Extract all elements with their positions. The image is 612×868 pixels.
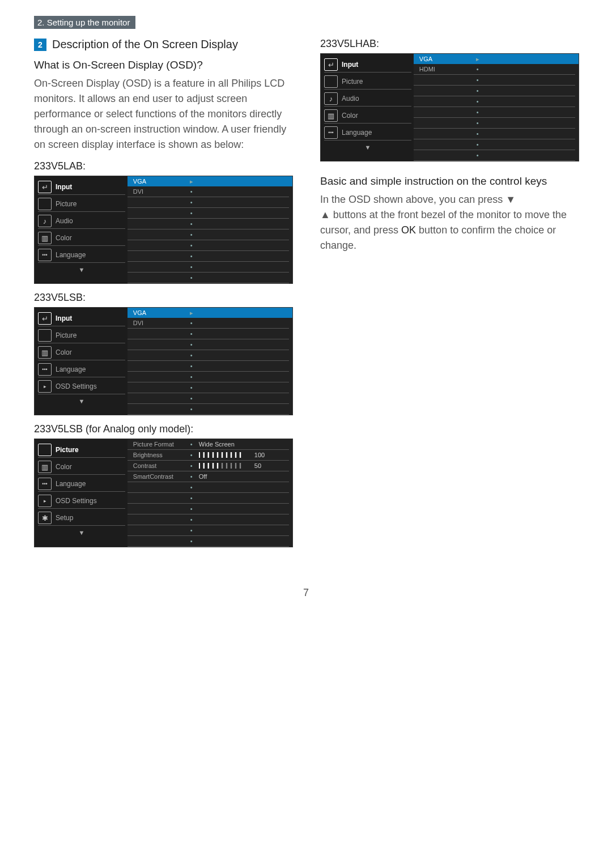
color-icon: ▥ <box>38 346 52 359</box>
sub-smartcontrast[interactable]: SmartContrast• Off <box>128 471 289 482</box>
step-header: 2 Description of the On Screen Display <box>34 38 292 51</box>
sub-item-blank: • <box>128 525 289 535</box>
sub-item-dvi[interactable]: DVI• <box>128 318 289 328</box>
menu-label: Color <box>56 463 72 471</box>
menu-label: Picture <box>342 78 363 86</box>
page-number: 7 <box>34 587 578 599</box>
menu-item-picture[interactable]: Picture <box>38 328 125 343</box>
osd-menu-lhab: ↵ Input Picture ♪ Audio ▥ Color <box>321 54 414 161</box>
sub-item-blank: • <box>128 404 289 414</box>
sub-item-blank: • <box>414 129 575 139</box>
sub-item-blank: • <box>128 329 289 339</box>
menu-item-color[interactable]: ▥ Color <box>324 108 411 124</box>
menu-item-color[interactable]: ▥ Color <box>38 231 125 246</box>
sub-item-blank: • <box>128 504 289 514</box>
menu-item-input[interactable]: ↵ Input <box>324 57 411 73</box>
osd-panel-lsb-analog: Picture ▥ Color ••• Language ▸ OSD Setti… <box>34 439 293 547</box>
input-icon: ↵ <box>324 58 338 71</box>
osd-panel-lsb: ↵ Input Picture ▥ Color ••• Language <box>34 307 293 415</box>
sub-item-blank: • <box>128 273 289 283</box>
menu-label: Color <box>56 234 72 242</box>
sub-contrast[interactable]: Contrast• ▎▎▎▎▎▎▎▎▎▎ 50 <box>128 461 289 471</box>
sub-brightness[interactable]: Brightness• ▎▎▎▎▎▎▎▎▎▎ 100 <box>128 450 289 460</box>
intro-paragraph: On-Screen Display (OSD) is a feature in … <box>34 76 292 152</box>
sub-item-blank: • <box>128 393 289 403</box>
menu-label: OSD Settings <box>56 497 97 505</box>
sub-item-blank: • <box>414 139 575 150</box>
setup-icon: ✱ <box>38 512 52 524</box>
language-icon: ••• <box>38 363 52 376</box>
sub-picture-format[interactable]: Picture Format• Wide Screen <box>128 439 289 449</box>
menu-item-audio[interactable]: ♪ Audio <box>324 91 411 107</box>
menu-label: Color <box>342 112 358 120</box>
menu-label: Picture <box>56 200 76 208</box>
right-basic-heading: Basic and simple instruction on the cont… <box>320 175 578 188</box>
menu-item-osd-settings[interactable]: ▸ OSD Settings <box>38 379 125 394</box>
sub-item-blank: • <box>414 86 575 96</box>
page-container: 2. Setting up the monitor 2 Description … <box>0 0 612 610</box>
sub-item-blank: • <box>128 482 289 492</box>
sub-item-vga[interactable]: VGA▸ <box>128 176 292 186</box>
sub-item-blank: • <box>128 262 289 272</box>
menu-label: Input <box>56 314 72 322</box>
menu-label: Input <box>342 61 358 69</box>
sub-item-blank: • <box>128 251 289 261</box>
menu-scroll-down-icon[interactable]: ▼ <box>38 527 125 536</box>
osd-sub-lsb-analog: Picture Format• Wide Screen Brightness• … <box>128 439 292 547</box>
menu-item-color[interactable]: ▥ Color <box>38 345 125 360</box>
right-para-line1: In the OSD shown above, you can press ▼ <box>320 194 516 205</box>
menu-scroll-down-icon[interactable]: ▼ <box>38 396 125 405</box>
menu-item-picture[interactable]: Picture <box>38 442 125 458</box>
menu-item-language[interactable]: ••• Language <box>324 125 411 141</box>
audio-icon: ♪ <box>324 92 338 105</box>
sub-item-vga[interactable]: VGA▸ <box>414 54 579 64</box>
menu-label: OSD Settings <box>56 382 97 390</box>
sub-item-blank: • <box>128 339 289 350</box>
menu-item-input[interactable]: ↵ Input <box>38 180 125 195</box>
sub-item-blank: • <box>128 197 289 207</box>
menu-item-osd-settings[interactable]: ▸ OSD Settings <box>38 493 125 509</box>
menu-label: Color <box>56 348 72 356</box>
menu-label: Picture <box>56 331 76 339</box>
menu-scroll-down-icon[interactable]: ▼ <box>38 265 125 273</box>
left-column: 2 Description of the On Screen Display W… <box>34 33 292 547</box>
menu-item-picture[interactable]: Picture <box>38 197 125 212</box>
sub-item-blank: • <box>128 382 289 393</box>
sub-item-blank: • <box>414 96 575 107</box>
menu-label: Language <box>342 129 372 137</box>
sub-item-blank: • <box>128 493 289 503</box>
input-icon: ↵ <box>38 312 52 325</box>
menu-item-input[interactable]: ↵ Input <box>38 311 125 326</box>
language-icon: ••• <box>38 249 52 261</box>
menu-item-audio[interactable]: ♪ Audio <box>38 214 125 229</box>
right-paragraph: In the OSD shown above, you can press ▼ … <box>320 192 578 253</box>
sub-item-vga[interactable]: VGA▸ <box>128 308 292 318</box>
picture-icon <box>38 198 52 210</box>
sub-item-blank: • <box>128 536 289 546</box>
menu-item-language[interactable]: ••• Language <box>38 476 125 492</box>
input-icon: ↵ <box>38 181 52 193</box>
osd-settings-icon: ▸ <box>38 495 52 507</box>
color-icon: ▥ <box>38 461 52 473</box>
menu-item-language[interactable]: ••• Language <box>38 362 125 377</box>
step-number-badge: 2 <box>34 39 46 51</box>
menu-item-picture[interactable]: Picture <box>324 74 411 90</box>
contrast-bar: ▎▎▎▎▎▎▎▎▎▎ <box>199 463 250 469</box>
ok-label: OK <box>401 224 416 236</box>
sub-item-hdmi[interactable]: HDMI• <box>414 64 575 74</box>
sub-heading-osd: What is On-Screen Display (OSD)? <box>34 59 292 71</box>
sub-item-dvi[interactable]: DVI• <box>128 186 289 197</box>
menu-item-color[interactable]: ▥ Color <box>38 459 125 475</box>
audio-icon: ♪ <box>38 215 52 227</box>
sub-item-blank: • <box>128 372 289 382</box>
step-title: Description of the On Screen Display <box>52 38 238 51</box>
menu-scroll-down-icon[interactable]: ▼ <box>324 142 411 151</box>
sub-item-blank: • <box>414 118 575 128</box>
sub-item-blank: • <box>414 75 575 85</box>
menu-item-setup[interactable]: ✱ Setup <box>38 510 125 526</box>
two-column-layout: 2 Description of the On Screen Display W… <box>34 33 578 547</box>
menu-item-language[interactable]: ••• Language <box>38 248 125 263</box>
picture-icon <box>38 444 52 456</box>
language-icon: ••• <box>38 478 52 490</box>
osd-menu-lab: ↵ Input Picture ♪ Audio ▥ Color <box>35 176 128 283</box>
